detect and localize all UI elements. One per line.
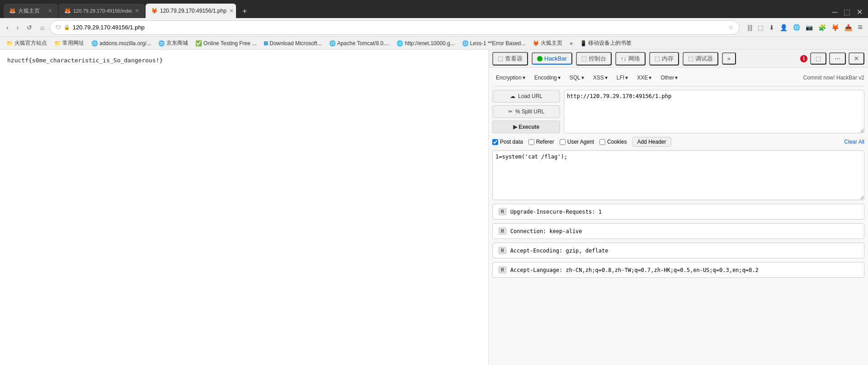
network-icon: ↑↓	[621, 55, 627, 62]
header-badge-4: H	[498, 266, 507, 274]
other-label: Other	[660, 75, 674, 81]
xxe-menu[interactable]: XXE ▾	[633, 73, 655, 82]
bookmark-icon[interactable]: ☆	[728, 24, 734, 31]
tab-close-2[interactable]: ✕	[135, 8, 139, 14]
devtools-tab-network[interactable]: ↑↓ 网络	[615, 52, 646, 66]
bookmark-icon-5: ✅	[195, 40, 202, 47]
referer-checkbox[interactable]	[528, 139, 534, 145]
sync-icon[interactable]: ⬇	[767, 22, 776, 33]
execute-label: ▶ Execute	[513, 124, 539, 130]
translate-icon[interactable]: 🌐	[791, 22, 802, 33]
execute-button[interactable]: ▶ Execute	[492, 121, 560, 133]
lfi-menu[interactable]: LFI ▾	[613, 73, 632, 82]
bookmark-label-12: 移动设备上的书签	[588, 39, 632, 47]
options-row: Post data Referer User Agent Cookies	[492, 137, 864, 147]
xss-menu[interactable]: XSS ▾	[590, 73, 611, 82]
back-button[interactable]: ‹	[4, 22, 11, 33]
screenshot-icon[interactable]: 📷	[804, 22, 815, 33]
tab-close-1[interactable]: ✕	[48, 8, 52, 14]
bookmark-more[interactable]: »	[567, 39, 576, 47]
devtools-close-button[interactable]: ✕	[849, 52, 864, 65]
url-textarea[interactable]	[564, 90, 864, 133]
bookmark-label-2: 常用网址	[62, 39, 84, 47]
user-agent-checkbox[interactable]	[560, 139, 566, 145]
bookmark-enet[interactable]: 🌐 http://enet.10000.g...	[394, 39, 457, 47]
tab-title-3: 120.79.29.170:49156/1.php	[160, 8, 226, 14]
hackbar-container: Encryption ▾ Encoding ▾ SQL ▾ XSS ▾	[489, 68, 868, 365]
error-count: 1	[802, 56, 805, 61]
bookmark-firefox-site[interactable]: 📁 火狐官方站点	[4, 38, 50, 48]
devtools-tab-console[interactable]: ⬚ 控制台	[576, 52, 612, 66]
load-url-button[interactable]: ☁ Load URL	[492, 90, 560, 103]
new-tab-button[interactable]: +	[239, 5, 251, 18]
tab-1-php[interactable]: 🦊 120.79.29.170:49156/1.php ✕	[146, 4, 236, 18]
reload-button[interactable]: ↺	[24, 22, 35, 33]
menu-button[interactable]: ≡	[856, 21, 864, 34]
tab-bar: 🦊 火狐主页 ✕ 🦊 120.79.29.170:49156/index.php…	[0, 0, 868, 18]
tab-index-php[interactable]: 🦊 120.79.29.170:49156/index.php?... ✕	[59, 4, 145, 18]
bookmark-firefox-home[interactable]: 🦊 火狐主页	[530, 38, 565, 48]
extensions-icon[interactable]: 🧩	[816, 22, 828, 33]
devtools-tab-inspector[interactable]: ⬚ 查看器	[492, 52, 528, 66]
containers-icon[interactable]: |||	[746, 22, 755, 33]
save-icon[interactable]: 📥	[843, 22, 854, 33]
devtools-tab-more[interactable]: »	[722, 52, 736, 65]
encryption-menu[interactable]: Encryption ▾	[492, 73, 529, 82]
add-header-button[interactable]: Add Header	[632, 137, 671, 147]
bookmark-addons[interactable]: 🌐 addons.mozilla.org/...	[89, 39, 154, 47]
address-input[interactable]	[73, 24, 726, 31]
header-badge-1: H	[498, 208, 507, 215]
addons-icon[interactable]: 🦊	[830, 22, 841, 33]
user-agent-checkbox-label[interactable]: User Agent	[560, 139, 594, 145]
other-menu[interactable]: Other ▾	[657, 73, 681, 82]
xxe-arrow: ▾	[649, 75, 651, 81]
tab-close-3[interactable]: ✕	[229, 8, 234, 14]
cookies-checkbox[interactable]	[599, 139, 605, 145]
referer-checkbox-label[interactable]: Referer	[528, 139, 554, 145]
post-data-checkbox-label[interactable]: Post data	[492, 139, 523, 145]
tabs-icon[interactable]: ⬚	[756, 22, 765, 33]
clear-all-button[interactable]: Clear All	[844, 139, 864, 145]
bookmark-icon-6: ⊞	[264, 40, 268, 47]
hackbar-toolbar: Encryption ▾ Encoding ▾ SQL ▾ XSS ▾	[492, 71, 864, 84]
post-data-checkbox[interactable]	[492, 139, 498, 145]
tab-favicon-1: 🦊	[9, 8, 15, 14]
bookmark-microsoft[interactable]: ⊞ Download Microsoft...	[261, 39, 324, 47]
devtools-tab-memory[interactable]: ⬚ 内存	[649, 52, 679, 66]
close-window-button[interactable]: ✕	[855, 6, 864, 18]
devtools-header: ⬚ 查看器 HackBar ⬚ 控制台 ↑↓ 网络 ⬚ 内存	[489, 50, 868, 68]
user-agent-label: User Agent	[567, 139, 594, 145]
devtools-tab-debugger[interactable]: ⬚ 调试器	[683, 52, 718, 66]
devtools-tab-hackbar[interactable]: HackBar	[532, 52, 572, 65]
console-icon: ⬚	[581, 55, 587, 62]
shield-icon: 🛡	[56, 24, 61, 31]
main-content: hzuctf{s0me_characteristic_is_So_dangero…	[0, 50, 868, 365]
bookmark-label-10: 火狐主页	[541, 39, 562, 47]
address-bar[interactable]: 🛡 🔒 ☆	[50, 20, 740, 35]
bookmark-online-testing[interactable]: ✅ Online Testing Free ...	[193, 39, 259, 47]
minimize-button[interactable]: ─	[830, 6, 839, 18]
bookmark-common-sites[interactable]: 📁 常用网址	[52, 38, 87, 48]
header-value-1: Upgrade-Insecure-Requests: 1	[510, 209, 602, 215]
bookmark-icon-9: 🌐	[462, 40, 469, 47]
devtools-more-button[interactable]: ⋯	[829, 52, 846, 65]
encoding-menu[interactable]: Encoding ▾	[531, 73, 564, 82]
cookies-checkbox-label[interactable]: Cookies	[599, 139, 627, 145]
header-item-3: H Accept-Encoding: gzip, deflate	[492, 243, 864, 258]
tab-firefox-home[interactable]: 🦊 火狐主页 ✕	[4, 4, 58, 18]
bookmark-less1[interactable]: 🌐 Less-1 **Error Based...	[459, 39, 528, 47]
restore-button[interactable]: ⬚	[842, 6, 852, 18]
bookmark-jd[interactable]: 🌐 京东商城	[156, 38, 191, 48]
devtools-restore-button[interactable]: ⬚	[810, 52, 826, 65]
bookmark-mobile[interactable]: 📱 移动设备上的书签	[577, 38, 634, 48]
split-url-button[interactable]: ✂ % Split URL	[492, 105, 560, 118]
forward-button[interactable]: ›	[14, 22, 22, 33]
home-button[interactable]: ⌂	[38, 22, 47, 33]
bookmark-icon-3: 🌐	[91, 40, 98, 47]
firefox-account-icon[interactable]: 👤	[778, 22, 789, 33]
commit-now-label: Commit now!	[803, 75, 835, 81]
bookmark-icon-10: 🦊	[533, 40, 539, 47]
sql-menu[interactable]: SQL ▾	[566, 73, 588, 82]
post-data-textarea[interactable]	[492, 150, 864, 200]
bookmark-tomcat[interactable]: 🌐 Apache Tomcat/8.0....	[326, 39, 392, 47]
